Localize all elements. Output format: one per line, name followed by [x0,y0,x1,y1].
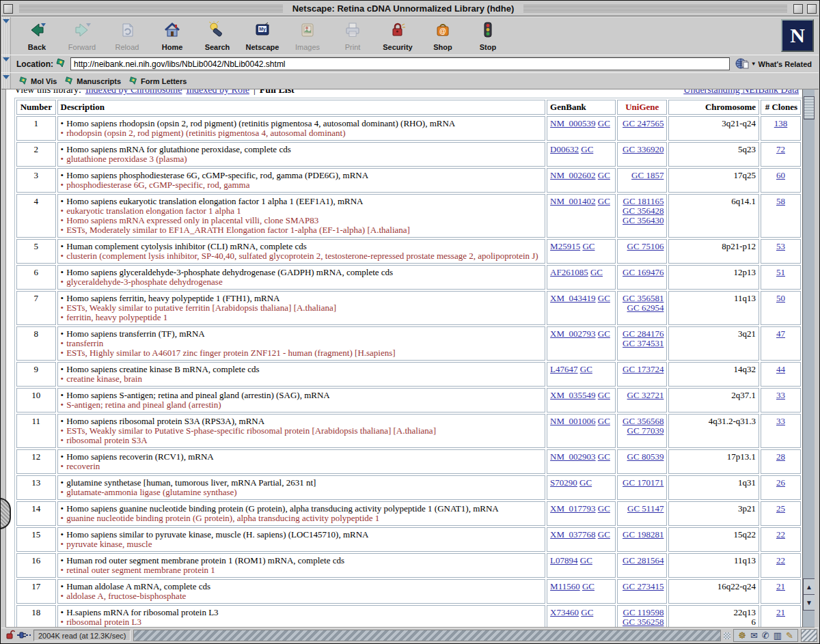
shop-button[interactable]: @ Shop [425,21,461,51]
scrollbar-thumb[interactable] [804,96,815,120]
clones-link[interactable]: 72 [776,144,785,154]
genbank-link[interactable]: GC [581,144,593,154]
genbank-link[interactable]: NM_001402 [550,196,595,206]
search-button[interactable]: Search [200,21,235,51]
clones-link[interactable]: 50 [776,293,785,303]
unigene-link[interactable]: GC 181165 [623,196,664,206]
forward-button[interactable]: Forward [64,21,100,51]
print-button[interactable]: Print [335,21,370,51]
whats-related-button[interactable]: ▼ What's Related [735,58,812,70]
unigene-link[interactable]: GC 1857 [631,170,664,180]
mailbox-icon[interactable]: ✉ [750,631,758,640]
back-button[interactable]: Back [19,21,55,51]
genbank-link[interactable]: GC [598,118,610,128]
genbank-link[interactable]: NM_002602 [550,170,595,180]
indexed-by-chromosome-link[interactable]: Indexed by Chromosome [85,89,182,96]
unigene-link[interactable]: GC 62954 [627,303,664,313]
clones-link[interactable]: 25 [776,503,785,514]
personal-bookmark-manuscripts[interactable]: Manuscripts [65,76,121,87]
window-resize-grip[interactable] [801,629,817,642]
clones-link[interactable]: 51 [776,267,785,277]
genbank-link[interactable]: GC [590,267,603,277]
unigene-link[interactable]: GC 119598 [623,607,664,617]
close-box-icon[interactable] [3,4,13,14]
home-button[interactable]: Home [154,21,190,51]
genbank-link[interactable]: GC [598,293,610,303]
clones-link[interactable]: 21 [776,581,785,591]
genbank-link[interactable]: XM_037768 [550,529,595,540]
genbank-link[interactable]: GC [598,503,610,514]
netscape-throbber-logo[interactable]: N [781,19,814,52]
genbank-link[interactable]: NM_000539 [550,118,595,128]
address-book-icon[interactable]: ▥ [774,631,782,640]
security-button[interactable]: Security [380,21,415,51]
unigene-link[interactable]: GC 80539 [627,451,664,462]
clones-link[interactable]: 22 [776,529,785,540]
unigene-link[interactable]: GC 198281 [623,529,664,540]
toolbar-collapse-handle[interactable] [1,55,11,72]
indexed-by-role-link[interactable]: Indexed by Role [186,89,249,96]
unigene-link[interactable]: GC 356258 [623,617,664,627]
unigene-link[interactable]: GC 356430 [623,215,664,225]
genbank-link[interactable]: X73460 [550,607,579,617]
toolbar-collapse-handle[interactable] [1,73,11,89]
clones-link[interactable]: 53 [776,241,785,251]
security-open-padlock-icon[interactable] [5,630,15,642]
zoom-box-icon[interactable] [793,4,803,14]
genbank-link[interactable]: GC [598,416,610,426]
instant-messenger-icon[interactable]: ✆ [762,631,769,640]
bookmark-icon[interactable] [56,57,67,71]
genbank-link[interactable]: XM_002793 [550,328,595,339]
scroll-down-arrow-icon[interactable]: ▼ [803,594,815,611]
genbank-link[interactable]: XM_035549 [550,390,595,400]
genbank-link[interactable]: GC [598,328,610,339]
unigene-link[interactable]: GC 173724 [623,364,664,374]
scroll-up-arrow-icon[interactable]: ▲ [803,578,815,595]
clones-link[interactable]: 28 [776,451,785,462]
genbank-link[interactable]: L07894 [550,555,577,565]
genbank-link[interactable]: GC [580,364,592,374]
clones-link[interactable]: 47 [776,328,785,339]
clones-link[interactable]: 21 [776,607,785,617]
genbank-link[interactable]: GC [582,581,594,591]
clones-link[interactable]: 33 [776,390,785,400]
understanding-neibank-data-link[interactable]: Understanding NEIBank Data [683,89,799,96]
genbank-link[interactable]: GC [579,477,592,488]
unigene-link[interactable]: GC 169476 [623,267,664,277]
netscape-button[interactable]: My Netscape [245,21,280,51]
genbank-link[interactable]: M11560 [550,581,580,591]
navigator-wheel-icon[interactable]: ☸ [738,631,746,640]
reload-button[interactable]: Reload [109,21,145,51]
clones-link[interactable]: 138 [774,118,788,128]
genbank-link[interactable]: NM_002903 [550,451,595,462]
unigene-link[interactable]: GC 170171 [623,477,664,488]
composer-pen-icon[interactable]: ✎ [786,631,793,640]
clones-link[interactable]: 58 [776,196,785,206]
genbank-link[interactable]: GC [598,451,610,462]
genbank-link[interactable]: AF261085 [550,267,588,277]
genbank-link[interactable]: NM_001006 [550,416,595,426]
clones-link[interactable]: 60 [776,170,785,180]
unigene-link[interactable]: GC 32721 [627,390,664,400]
clones-link[interactable]: 33 [776,416,785,426]
url-input[interactable] [70,57,730,70]
genbank-link[interactable]: GC [598,529,610,540]
unigene-link[interactable]: GC 356428 [623,206,664,216]
unigene-link[interactable]: GC 51147 [627,503,664,514]
unigene-link[interactable]: GC 356581 [623,293,664,303]
unigene-link[interactable]: GC 356568 [623,416,664,426]
genbank-link[interactable]: GC [582,241,594,251]
clones-link[interactable]: 44 [776,364,785,374]
genbank-link[interactable]: GC [598,390,610,400]
unigene-link[interactable]: GC 281564 [623,555,664,565]
title-bar[interactable]: Netscape: Retina cDNA Unnormalized Libra… [1,1,819,16]
genbank-link[interactable]: GC [598,196,610,206]
genbank-link[interactable]: S70290 [550,477,577,488]
vertical-scrollbar[interactable]: ▲ ▼ [802,89,815,627]
genbank-link[interactable]: XM_043419 [550,293,595,303]
genbank-link[interactable]: GC [580,555,592,565]
genbank-link[interactable]: D00632 [550,144,579,154]
clones-link[interactable]: 22 [776,555,785,565]
stop-button[interactable]: Stop [470,21,506,51]
unigene-link[interactable]: GC 273415 [623,581,664,591]
